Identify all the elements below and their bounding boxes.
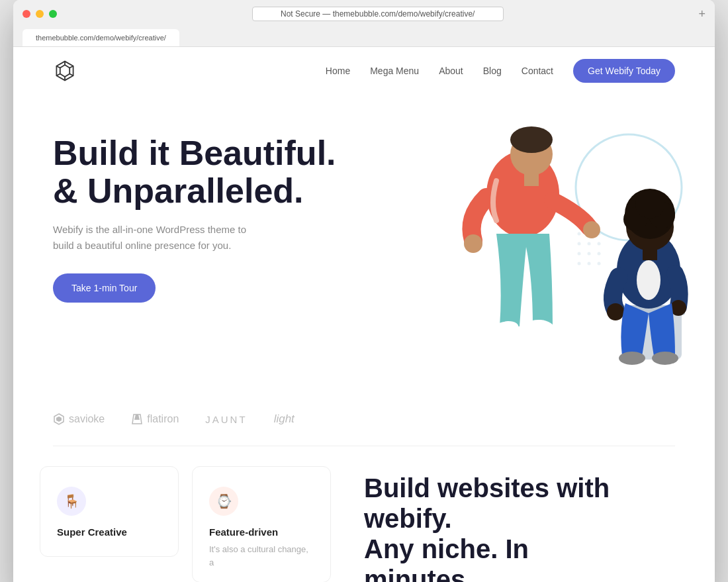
- watch-icon: ⌚: [216, 493, 232, 509]
- nav-contact[interactable]: Contact: [522, 66, 553, 76]
- brand-flatiron: flatiron: [131, 413, 179, 425]
- navbar: Home Mega Menu About Blog Contact Get We…: [13, 47, 715, 95]
- card-2-title: Feature-driven: [209, 526, 314, 538]
- minimize-button[interactable]: [36, 10, 44, 18]
- sofa-icon: 🪑: [64, 493, 80, 509]
- svg-marker-1: [60, 65, 69, 77]
- site-logo[interactable]: [53, 59, 77, 83]
- nav-cta-button[interactable]: Get Webify Today: [573, 59, 675, 83]
- new-tab-button[interactable]: +: [698, 7, 705, 21]
- svg-point-26: [583, 221, 600, 238]
- section-headline: Build websites with webify. Any niche. I…: [364, 466, 615, 582]
- nav-links: Home Mega Menu About Blog Contact Get We…: [326, 65, 675, 77]
- tab-label: themebubble.com/demo/webify/creative/: [36, 34, 166, 42]
- svg-rect-24: [524, 173, 539, 186]
- svg-marker-44: [134, 414, 140, 420]
- browser-window: Not Secure — themebubble.com/demo/webify…: [13, 0, 715, 582]
- page-content: Home Mega Menu About Blog Contact Get We…: [13, 47, 715, 582]
- svg-point-14: [598, 242, 601, 246]
- svg-point-37: [635, 189, 664, 218]
- svg-point-23: [510, 126, 553, 153]
- svg-point-42: [652, 352, 678, 365]
- svg-point-16: [588, 252, 591, 256]
- browser-tab[interactable]: themebubble.com/demo/webify/creative/: [23, 29, 179, 46]
- hero-subtitle: Webify is the all-in-one WordPress theme…: [53, 222, 265, 254]
- url-input[interactable]: Not Secure — themebubble.com/demo/webify…: [252, 7, 504, 21]
- svg-point-18: [578, 262, 581, 266]
- svg-point-13: [588, 242, 591, 246]
- address-bar: Not Secure — themebubble.com/demo/webify…: [62, 7, 693, 21]
- svg-point-20: [598, 262, 601, 266]
- hero-illustration: [344, 101, 688, 386]
- bottom-section: 🪑 Super Creative ⌚ Feature-driven It's a…: [13, 446, 715, 582]
- savioke-icon: [53, 413, 65, 425]
- flatiron-icon: [131, 413, 143, 425]
- svg-point-12: [578, 242, 581, 246]
- svg-point-15: [578, 252, 581, 256]
- hero-svg: [344, 101, 688, 386]
- svg-point-25: [464, 234, 482, 253]
- feature-card-1: 🪑 Super Creative: [40, 466, 179, 557]
- svg-point-41: [619, 352, 645, 365]
- close-button[interactable]: [23, 10, 30, 18]
- browser-controls: Not Secure — themebubble.com/demo/webify…: [23, 7, 705, 21]
- feature-card-2: ⌚ Feature-driven It's also a cultural ch…: [192, 466, 331, 582]
- card-1-icon-wrap: 🪑: [57, 487, 86, 516]
- card-2-icon-wrap: ⌚: [209, 487, 238, 516]
- svg-point-19: [588, 262, 591, 266]
- hero-title: Build it Beautiful. & Unparalleled.: [53, 134, 336, 210]
- nav-about[interactable]: About: [439, 66, 463, 76]
- svg-point-17: [598, 252, 601, 256]
- svg-point-9: [578, 232, 581, 236]
- nav-home[interactable]: Home: [326, 66, 350, 76]
- hero-section: Build it Beautiful. & Unparalleled. Webi…: [13, 95, 715, 399]
- svg-rect-38: [643, 248, 657, 260]
- browser-chrome: Not Secure — themebubble.com/demo/webify…: [13, 0, 715, 47]
- logo-icon: [53, 59, 77, 83]
- svg-point-39: [607, 303, 624, 320]
- brand-savioke: savioke: [53, 413, 105, 425]
- hero-content: Build it Beautiful. & Unparalleled. Webi…: [53, 121, 336, 303]
- brand-logos: savioke flatiron JAUNT light: [13, 399, 715, 446]
- nav-blog[interactable]: Blog: [483, 66, 502, 76]
- nav-mega-menu[interactable]: Mega Menu: [370, 66, 419, 76]
- hero-cta-button[interactable]: Take 1-min Tour: [53, 273, 156, 303]
- card-1-title: Super Creative: [57, 526, 161, 538]
- maximize-button[interactable]: [49, 10, 57, 18]
- brand-jaunt: JAUNT: [205, 414, 247, 425]
- brand-light: light: [274, 412, 295, 426]
- card-2-desc: It's also a cultural change, a: [209, 543, 314, 569]
- svg-point-32: [637, 260, 660, 300]
